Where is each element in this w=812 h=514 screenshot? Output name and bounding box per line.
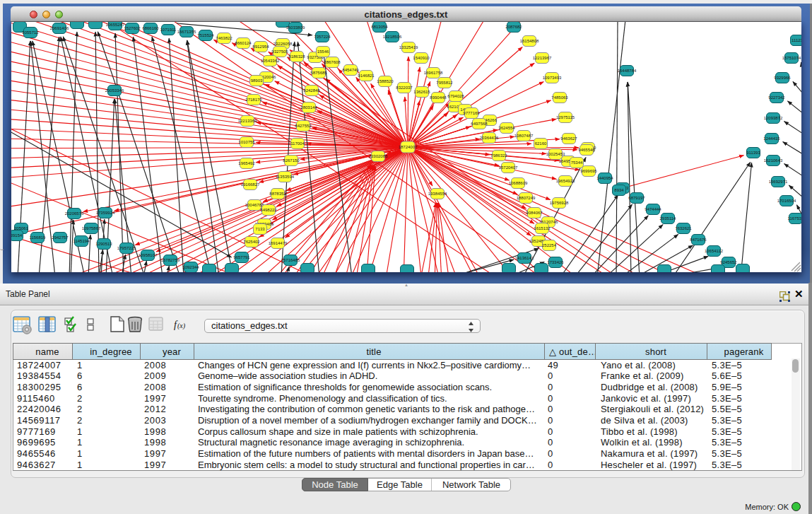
- svg-text:2718170: 2718170: [245, 98, 262, 102]
- svg-text:1167533: 1167533: [788, 216, 801, 221]
- svg-text:5498222: 5498222: [260, 208, 277, 212]
- svg-text:7133: 7133: [255, 227, 265, 231]
- svg-text:10654112: 10654112: [705, 249, 724, 253]
- svg-text:17016504: 17016504: [777, 199, 796, 203]
- svg-text:7986322: 7986322: [490, 153, 507, 158]
- svg-text:1010755: 1010755: [238, 140, 255, 144]
- svg-text:7357224: 7357224: [314, 35, 331, 39]
- svg-text:1733426: 1733426: [547, 260, 564, 264]
- svg-text:8660124: 8660124: [235, 41, 252, 45]
- svg-text:9227342: 9227342: [768, 95, 785, 100]
- svg-text:12093872: 12093872: [764, 116, 783, 120]
- svg-text:8878352: 8878352: [269, 192, 286, 196]
- svg-text:16448784: 16448784: [618, 69, 637, 73]
- svg-text:17359924: 17359924: [96, 211, 115, 215]
- svg-text:18724007: 18724007: [399, 145, 418, 149]
- svg-text:20053346: 20053346: [105, 88, 124, 93]
- svg-text:8186328: 8186328: [288, 54, 305, 59]
- svg-text:2803144: 2803144: [300, 105, 317, 110]
- svg-text:6879197: 6879197: [628, 196, 645, 200]
- svg-text:75344: 75344: [571, 160, 583, 165]
- svg-text:2867608: 2867608: [324, 60, 341, 64]
- svg-text:6497568: 6497568: [471, 122, 488, 126]
- svg-text:9146821: 9146821: [358, 74, 375, 78]
- svg-text:8912954: 8912954: [252, 45, 269, 49]
- svg-text:20364436: 20364436: [480, 136, 499, 140]
- svg-text:9463627: 9463627: [560, 136, 577, 141]
- svg-text:1440954: 1440954: [596, 176, 613, 180]
- svg-text:1156819: 1156819: [30, 235, 47, 240]
- svg-text:23302085: 23302085: [369, 154, 388, 158]
- svg-text:8934: 8934: [614, 188, 624, 192]
- svg-text:15720407: 15720407: [499, 165, 518, 170]
- svg-text:9329966: 9329966: [774, 76, 791, 80]
- svg-text:1071911: 1071911: [160, 28, 177, 32]
- svg-text:19384554: 19384554: [428, 192, 447, 196]
- svg-text:1244415: 1244415: [763, 136, 780, 141]
- svg-text:13325419: 13325419: [399, 45, 418, 49]
- svg-text:6866160: 6866160: [142, 26, 159, 30]
- svg-text:10958107: 10958107: [139, 253, 158, 257]
- svg-text:2087682: 2087682: [505, 25, 522, 29]
- svg-text:2942757: 2942757: [52, 235, 69, 240]
- svg-text:8454749: 8454749: [342, 68, 359, 72]
- svg-text:7515524: 7515524: [197, 33, 214, 37]
- svg-text:20691406: 20691406: [50, 26, 69, 30]
- svg-text:9777169: 9777169: [463, 111, 480, 115]
- svg-text:1527602: 1527602: [124, 26, 141, 30]
- svg-text:11123: 11123: [792, 38, 801, 42]
- svg-text:16154808: 16154808: [520, 39, 539, 43]
- svg-text:9242848: 9242848: [303, 88, 320, 93]
- svg-text:9245652: 9245652: [720, 260, 737, 264]
- svg-text:10655287: 10655287: [106, 23, 125, 27]
- svg-text:8427552: 8427552: [295, 124, 312, 128]
- svg-text:10025453: 10025453: [546, 152, 565, 156]
- svg-text:2055712: 2055712: [22, 30, 39, 35]
- svg-text:10543362: 10543362: [261, 59, 280, 63]
- svg-text:18807249: 18807249: [517, 196, 536, 200]
- svg-text:15716485: 15716485: [281, 258, 300, 262]
- svg-text:7485063: 7485063: [551, 95, 568, 100]
- svg-text:9699695: 9699695: [580, 169, 597, 173]
- svg-text:117004: 117004: [290, 141, 305, 146]
- svg-text:8267150: 8267150: [283, 158, 300, 163]
- svg-text:16033809: 16033809: [286, 25, 305, 30]
- svg-text:9327505: 9327505: [271, 49, 288, 54]
- svg-text:8471676: 8471676: [690, 238, 707, 242]
- svg-text:20206576: 20206576: [65, 211, 84, 216]
- svg-text:8813054: 8813054: [371, 25, 388, 29]
- svg-text:911393: 911393: [746, 151, 760, 155]
- svg-text:1965492: 1965492: [238, 161, 255, 165]
- svg-text:9657791: 9657791: [233, 255, 250, 259]
- svg-text:16961758: 16961758: [424, 71, 443, 75]
- svg-text:98903: 98903: [251, 78, 263, 83]
- svg-text:15751074: 15751074: [782, 56, 801, 60]
- svg-text:1362615: 1362615: [413, 90, 430, 94]
- svg-text:12975115: 12975115: [556, 115, 575, 119]
- svg-text:6794028: 6794028: [447, 94, 464, 98]
- svg-text:3624554: 3624554: [498, 126, 515, 130]
- svg-text:15692971: 15692971: [769, 180, 788, 184]
- svg-text:8322037: 8322037: [396, 86, 413, 90]
- svg-text:16671355: 16671355: [177, 30, 196, 34]
- svg-text:(x): (x): [177, 322, 186, 330]
- svg-text:19756928: 19756928: [550, 201, 569, 205]
- svg-text:7955812: 7955812: [436, 81, 453, 85]
- svg-text:17957225: 17957225: [117, 246, 136, 250]
- svg-text:39154: 39154: [11, 233, 23, 238]
- svg-text:10973493: 10973493: [543, 76, 562, 80]
- svg-text:12213967: 12213967: [533, 56, 552, 60]
- svg-text:9084067: 9084067: [526, 211, 543, 215]
- svg-text:19654923: 19654923: [556, 179, 575, 183]
- svg-text:19218506: 19218506: [383, 35, 402, 39]
- svg-text:8990448: 8990448: [430, 95, 447, 100]
- svg-text:19166827: 19166827: [241, 182, 260, 187]
- svg-text:7632621: 7632621: [675, 226, 692, 230]
- svg-text:10807487: 10807487: [514, 134, 534, 138]
- svg-text:10046788: 10046788: [245, 203, 264, 207]
- svg-text:16210643: 16210643: [764, 158, 783, 163]
- svg-text:1145194: 1145194: [73, 239, 90, 243]
- svg-text:23226058: 23226058: [273, 42, 293, 46]
- svg-text:10975867: 10975867: [82, 226, 101, 230]
- svg-text:11353594: 11353594: [276, 175, 295, 179]
